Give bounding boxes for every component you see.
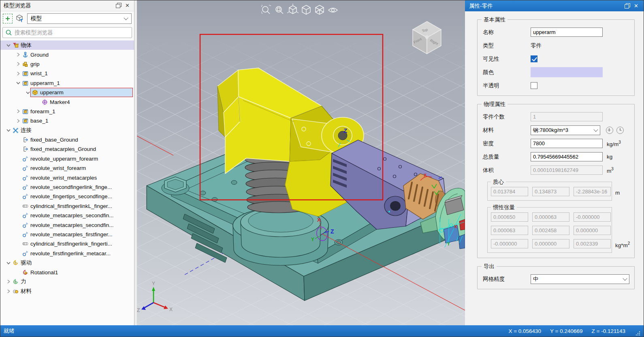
float-properties-icon[interactable] [624,3,631,9]
partfolder-icon [21,108,29,114]
tree-item-label: revolute_metacarples_firstfinger... [29,231,113,237]
revolute-icon [21,212,29,219]
tree-item-cylindrical-firstfingerlink-fingerti-[interactable]: cylindrical_firstfingerlink_fingerti... [0,239,134,248]
inertia-value: 0.000000 [574,226,611,235]
tree-item-revolute-metacarples-firstfinger-[interactable]: revolute_metacarples_firstfinger... [0,230,134,239]
close-properties-icon[interactable] [633,3,640,9]
export-group: 导出 网格精度 中 [477,266,635,289]
partfolder-icon [21,70,29,77]
tree-item--[interactable]: 力 [0,277,134,286]
viewport-3d[interactable]: Z Y [137,0,465,325]
inertia-value: 0.002458 [532,226,569,235]
translucent-checkbox[interactable] [531,82,537,89]
expand-chevron-icon[interactable] [5,42,12,49]
tree-item-revolute-upperarm-forearm[interactable]: revolute_upperarm_forearm [0,154,134,163]
tree-item-label: 物体 [19,42,32,49]
float-panel-icon[interactable] [115,3,122,8]
tree-item-upperarm[interactable]: upperarm [0,88,134,97]
tree-item-marker4[interactable]: Marker4 [0,97,134,106]
tree-item-revolute-metacarples-secondfin-[interactable]: revolute_metacarples_secondfin... [0,220,134,229]
expand-chevron-icon[interactable] [5,127,12,134]
tree-item-label: revolute_upperarm_forearm [29,156,98,162]
visibility-label: 可见性 [483,55,531,63]
expand-chevron-icon[interactable] [5,260,12,266]
collapse-chevron-icon[interactable] [15,118,21,124]
status-ready: 就绪 [4,327,508,335]
search-box[interactable]: 搜索模型浏览器 [2,27,132,38]
coord-x: X = 0.056430 [508,328,541,334]
name-input[interactable]: upperarm [531,28,603,37]
add-model-button[interactable] [3,14,13,23]
tree-item-revolute-fingertips-secondfinge-[interactable]: revolute_fingertips_secondfinge... [0,192,134,201]
basic-properties-group: 基本属性 名称 upperarm 类型 零件 可见性 颜色 [477,19,635,96]
tree-item-fixed-metacarples-ground[interactable]: fixed_metacarples_Ground [0,144,134,154]
density-unit: kg/m3 [607,140,621,147]
resize-grip[interactable] [635,331,640,336]
properties-titlebar: 属性-零件 [465,0,644,11]
tree-item-revolute-firstfingerlink-metacar-[interactable]: revolute_firstfingerlink_metacar... [0,249,134,258]
filter-cube-button[interactable] [15,13,25,24]
mesh-precision-combo[interactable]: 中 [531,274,629,284]
triad-z-label: Z [137,307,140,313]
expand-chevron-icon[interactable] [15,80,21,86]
density-input[interactable]: 7800 [531,139,603,148]
cube-filter-icon [15,14,24,23]
revolute-icon [21,155,29,162]
tree-item-wrist-1[interactable]: wrist_1 [0,69,134,78]
tree-item-cylindrical-firstfingerlinkl-finger-[interactable]: cylindrical_firstfingerlinkL_finger... [0,201,134,211]
part-icon [31,89,39,96]
material-combo[interactable]: 钢:7800kg/m^3 [531,125,600,135]
inertia-group: 惯性张量 0.0006500.000063-0.0000000.0000630.… [487,207,612,253]
collapse-chevron-icon[interactable] [5,288,12,295]
tree-item-rotational1[interactable]: Rotational1 [0,267,134,277]
joint-x-axis-label: X [424,173,427,178]
part-z-axis-label: Z [343,127,347,134]
collapse-chevron-icon[interactable] [15,108,21,114]
collapse-chevron-icon[interactable] [15,51,21,58]
material-label: 材料 [483,127,531,134]
tree-item--[interactable]: 驱动 [0,258,134,267]
inertia-value: 0.002339 [574,239,611,248]
centroid-value: 0.134873 [532,187,569,196]
close-panel-icon[interactable] [124,3,131,8]
force-icon [12,278,19,285]
tree-item-revolute-metacarples-secondfin-[interactable]: revolute_metacarples_secondfin... [0,211,134,220]
tree-item-upperarm-1[interactable]: upperarm_1 [0,78,134,88]
tree-item-label: upperarm [39,89,64,95]
collapse-chevron-icon[interactable] [15,61,21,67]
tree-item-base-1[interactable]: base_1 [0,116,134,125]
drives-icon [12,260,19,266]
tree-item-revolute-wrist-forearm[interactable]: revolute_wrist_forearm [0,163,134,173]
tree-item-revolute-wrist-metacarples[interactable]: revolute_wrist_metacarples [0,173,134,182]
color-swatch[interactable] [531,67,603,77]
tree-item-forearm-1[interactable]: forearm_1 [0,107,134,116]
tree-item-ground[interactable]: Ground [0,50,134,59]
tree-item--[interactable]: 连接 [0,126,134,135]
tree-item-grip[interactable]: grip [0,59,134,69]
gripper-x-axis-label: X [454,224,457,229]
expand-chevron-icon[interactable] [25,89,31,96]
centroid-unit: m [615,190,620,196]
partfolder-icon [21,118,29,124]
material-history-button[interactable] [616,127,624,134]
origin-x-label: X [317,217,321,223]
mass-input[interactable]: 0.79545669445562 [531,152,603,161]
inertia-value: -0.000000 [574,212,611,222]
tree-item-revolute-secondfingerlink-finge-[interactable]: revolute_secondfingerlink_finge... [0,182,134,192]
model-browser-title: 模型浏览器 [4,2,113,9]
tree-item-label: 材料 [19,288,32,295]
tree-item-label: revolute_metacarples_secondfin... [29,212,114,218]
physical-properties-group: 物理属性 零件个数 1 材料 钢:7800kg/m^3 密度 7800 [477,104,635,258]
tree-item-fixed-base-ground[interactable]: fixed_base_Ground [0,135,134,144]
tree-item--[interactable]: 物体 [0,40,134,50]
tree-item-label: forearm_1 [29,108,55,114]
add-material-button[interactable] [606,127,613,134]
model-selector-combo[interactable]: 模型 [27,13,132,24]
objects-icon [12,42,19,49]
visibility-checkbox[interactable] [531,55,537,62]
export-title: 导出 [482,263,497,270]
tree-item--[interactable]: 材料 [0,286,134,296]
collapse-chevron-icon[interactable] [5,278,12,285]
collapse-chevron-icon[interactable] [15,70,21,77]
properties-panel: 属性-零件 基本属性 名称 upperarm 类型 零件 可见性 [465,0,644,325]
